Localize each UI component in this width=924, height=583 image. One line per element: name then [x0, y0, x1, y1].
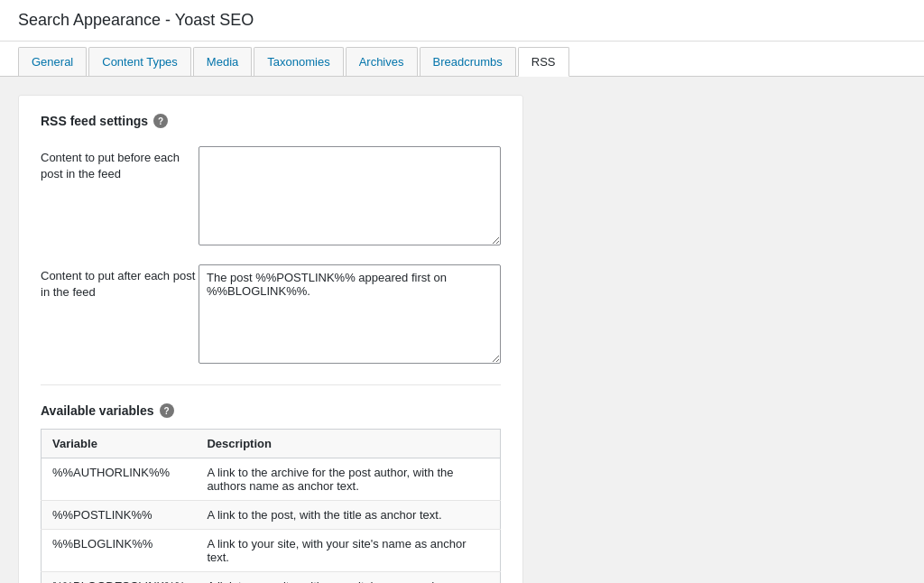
page-title: Search Appearance - Yoast SEO	[0, 0, 924, 42]
table-row: %%POSTLINK%% A link to the post, with th…	[42, 501, 501, 530]
variable-description: A link to the archive for the post autho…	[196, 458, 500, 501]
rss-help-icon[interactable]: ?	[153, 114, 168, 128]
after-feed-label: Content to put after each post in the fe…	[41, 264, 199, 301]
col-variable-header: Variable	[42, 430, 197, 458]
section-divider	[41, 384, 501, 385]
rss-section-label: RSS feed settings	[41, 114, 148, 128]
variable-description: A link to your site, with your site's na…	[196, 572, 500, 584]
table-header-row: Variable Description	[42, 430, 501, 458]
rss-section-title: RSS feed settings ?	[41, 114, 501, 128]
tab-general[interactable]: General	[18, 47, 87, 76]
after-feed-textarea[interactable]: The post %%POSTLINK%% appeared first on …	[199, 264, 501, 364]
variable-name: %%BLOGLINK%%	[42, 530, 197, 572]
tab-rss[interactable]: RSS	[518, 47, 569, 77]
variables-section-title: Available variables ?	[41, 403, 501, 418]
tab-media[interactable]: Media	[193, 47, 252, 76]
after-feed-row: Content to put after each post in the fe…	[41, 264, 501, 366]
before-feed-label: Content to put before each post in the f…	[41, 146, 199, 182]
col-description-header: Description	[196, 430, 500, 458]
tab-archives[interactable]: Archives	[346, 47, 418, 76]
variables-table: Variable Description %%AUTHORLINK%% A li…	[41, 429, 501, 583]
variable-description: A link to the post, with the title as an…	[196, 501, 500, 530]
table-row: %%BLOGLINK%% A link to your site, with y…	[42, 530, 501, 572]
variable-name: %%POSTLINK%%	[42, 501, 197, 530]
main-content: RSS feed settings ? Content to put befor…	[0, 77, 541, 583]
variables-section-label: Available variables	[41, 403, 154, 418]
variable-name: %%BLOGDESCLINK%%	[42, 572, 197, 584]
tabs-bar: General Content Types Media Taxonomies A…	[0, 42, 924, 77]
table-row: %%AUTHORLINK%% A link to the archive for…	[42, 458, 501, 501]
after-feed-field: The post %%POSTLINK%% appeared first on …	[199, 264, 501, 366]
tab-taxonomies[interactable]: Taxonomies	[254, 47, 343, 76]
variables-help-icon[interactable]: ?	[160, 403, 174, 418]
before-feed-row: Content to put before each post in the f…	[41, 146, 501, 248]
before-feed-textarea[interactable]	[199, 146, 501, 245]
table-row: %%BLOGDESCLINK%% A link to your site, wi…	[42, 572, 501, 584]
tab-breadcrumbs[interactable]: Breadcrumbs	[420, 47, 516, 76]
variable-name: %%AUTHORLINK%%	[42, 458, 197, 501]
variable-description: A link to your site, with your site's na…	[196, 530, 500, 572]
variables-section: Available variables ? Variable Descripti…	[41, 403, 501, 583]
settings-card: RSS feed settings ? Content to put befor…	[18, 95, 523, 583]
before-feed-field	[199, 146, 501, 248]
tab-content-types[interactable]: Content Types	[88, 47, 191, 76]
